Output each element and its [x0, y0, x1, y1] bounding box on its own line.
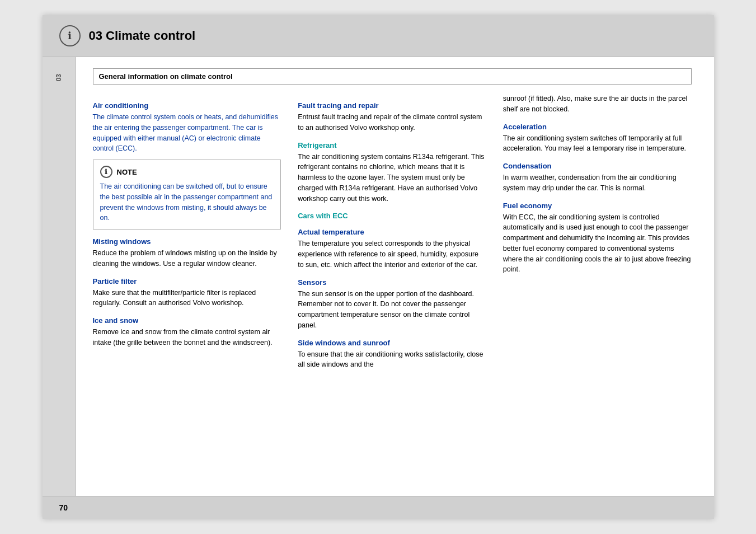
air-conditioning-body: The climate control system cools or heat…	[93, 112, 281, 154]
actual-temp-body: The temperature you select corresponds t…	[298, 238, 486, 270]
columns: Air conditioning The climate control sys…	[93, 93, 692, 370]
particle-filter-body: Make sure that the multifilter/particle …	[93, 288, 281, 309]
particle-filter-title: Particle filter	[93, 277, 281, 285]
fault-tracing-section: Fault tracing and repair Entrust fault t…	[298, 101, 486, 133]
sidebar-label: 03	[55, 74, 63, 81]
actual-temp-section: Actual temperature The temperature you s…	[298, 228, 486, 270]
middle-column: Fault tracing and repair Entrust fault t…	[298, 93, 486, 370]
note-body: The air conditioning can be switched off…	[100, 181, 274, 223]
acceleration-title: Acceleration	[503, 123, 692, 131]
header-bar: ℹ 03 Climate control	[43, 15, 714, 57]
sensors-title: Sensors	[298, 278, 486, 287]
content-area: 03 General information on climate contro…	[43, 57, 714, 496]
actual-temp-title: Actual temperature	[298, 228, 486, 236]
page-wrapper: ℹ 03 Climate control 03 General informat…	[43, 15, 714, 519]
note-icon: ℹ	[100, 166, 112, 178]
air-conditioning-section: Air conditioning The climate control sys…	[93, 101, 281, 154]
ice-snow-body: Remove ice and snow from the climate con…	[93, 327, 281, 348]
note-box: ℹ NOTE The air conditioning can be switc…	[93, 160, 281, 229]
refrigerant-body: The air conditioning system contains R13…	[298, 152, 486, 204]
fuel-economy-body: With ECC, the air conditioning system is…	[503, 212, 692, 275]
header-title: 03 Climate control	[89, 29, 196, 43]
note-header: ℹ NOTE	[100, 166, 274, 178]
left-column: Air conditioning The climate control sys…	[93, 93, 281, 370]
fuel-economy-section: Fuel economy With ECC, the air condition…	[503, 202, 692, 275]
air-conditioning-title: Air conditioning	[93, 101, 281, 110]
refrigerant-title: Refrigerant	[298, 141, 486, 149]
left-sidebar: 03	[43, 57, 76, 496]
general-section-title: General information on climate control	[99, 72, 233, 81]
acceleration-body: The air conditioning system switches off…	[503, 133, 692, 154]
fault-tracing-title: Fault tracing and repair	[298, 101, 486, 110]
fault-tracing-body: Entrust fault tracing and repair of the …	[298, 112, 486, 133]
cars-ecc-title: Cars with ECC	[298, 212, 486, 220]
side-windows-section: Side windows and sunroof To ensure that …	[298, 339, 486, 371]
fuel-economy-title: Fuel economy	[503, 202, 692, 210]
side-windows-body: To ensure that the air conditioning work…	[298, 349, 486, 371]
ice-snow-section: Ice and snow Remove ice and snow from th…	[93, 316, 281, 348]
sensors-section: Sensors The sun sensor is on the upper p…	[298, 278, 486, 331]
acceleration-section: Acceleration The air conditioning system…	[503, 123, 692, 154]
misting-windows-body: Reduce the problem of windows misting up…	[93, 248, 281, 269]
section-box: General information on climate control	[93, 68, 692, 85]
cars-ecc-section: Cars with ECC Actual temperature The tem…	[298, 212, 486, 370]
condensation-title: Condensation	[503, 162, 692, 170]
sensors-body: The sun sensor is on the upper portion o…	[298, 289, 486, 331]
ice-snow-title: Ice and snow	[93, 316, 281, 325]
main-content: General information on climate control A…	[76, 57, 714, 496]
refrigerant-section: Refrigerant The air conditioning system …	[298, 141, 486, 204]
header-icon: ℹ	[59, 25, 81, 46]
condensation-body: In warm weather, condensation from the a…	[503, 172, 692, 194]
misting-windows-section: Misting windows Reduce the problem of wi…	[93, 237, 281, 269]
page-number: 70	[59, 503, 68, 512]
right-column: sunroof (if fitted). Also, make sure the…	[503, 93, 692, 370]
misting-windows-title: Misting windows	[93, 237, 281, 246]
particle-filter-section: Particle filter Make sure that the multi…	[93, 277, 281, 309]
sunroof-continuation: sunroof (if fitted). Also, make sure the…	[503, 93, 692, 115]
note-label: NOTE	[117, 168, 137, 176]
condensation-section: Condensation In warm weather, condensati…	[503, 162, 692, 194]
footer-bar: 70	[43, 496, 714, 519]
side-windows-title: Side windows and sunroof	[298, 339, 486, 347]
